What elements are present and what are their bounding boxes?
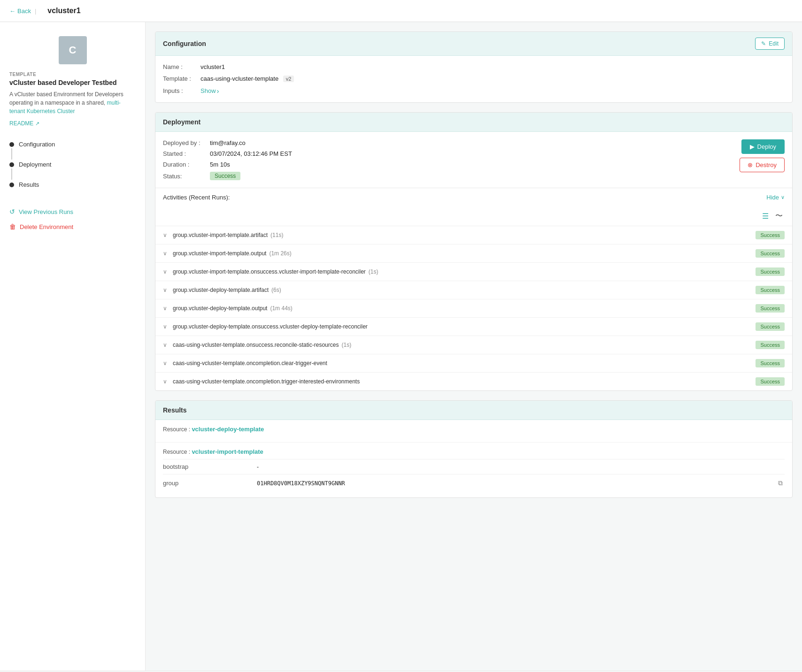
activity-status: Success — [756, 322, 785, 331]
field-label: group — [163, 480, 257, 487]
sidebar: C TEMPLATE vCluster based Developer Test… — [0, 22, 146, 671]
activity-chevron[interactable]: ∨ — [163, 378, 167, 385]
avatar: C — [59, 36, 87, 64]
chart-view-button[interactable]: 〜 — [773, 210, 785, 222]
started-label: Started : — [163, 150, 210, 157]
field-label: bootstrap — [163, 463, 257, 470]
activities-title: Activities (Recent Runs): — [163, 194, 230, 201]
results-header: Results — [155, 401, 792, 420]
activity-chevron[interactable]: ∨ — [163, 360, 167, 367]
nav-step-configuration: Configuration — [9, 138, 136, 151]
pencil-icon: ✎ — [761, 40, 766, 47]
content-area: Configuration ✎ Edit Name : vcluster1 Te… — [146, 22, 802, 671]
activity-chevron[interactable]: ∨ — [163, 232, 167, 238]
activity-time: (11s) — [270, 232, 283, 238]
inputs-value: Show — [200, 87, 219, 95]
results-section: Results Resource : vcluster-deploy-templ… — [155, 400, 793, 498]
activity-chevron[interactable]: ∨ — [163, 268, 167, 275]
activity-chevron[interactable]: ∨ — [163, 342, 167, 348]
activity-status: Success — [756, 249, 785, 258]
activity-time: (1s) — [369, 268, 378, 275]
activity-chevron[interactable]: ∨ — [163, 323, 167, 330]
duration-value: 5m 10s — [210, 161, 230, 168]
activity-status: Success — [756, 341, 785, 349]
deployment-title: Deployment — [163, 118, 200, 126]
highlight-text: multi-tenant Kubernetes Cluster — [9, 99, 121, 115]
template-label: TEMPLATE — [9, 72, 136, 77]
back-button[interactable]: Back — [9, 8, 31, 15]
activity-name: group.vcluster-import-template.output(1m… — [173, 250, 756, 257]
show-link[interactable]: Show — [200, 87, 219, 95]
destroy-label: Destroy — [756, 161, 777, 168]
resource-label: Resource : vcluster-import-template — [163, 448, 785, 455]
step-label: Deployment — [19, 161, 51, 168]
deployment-header: Deployment — [155, 113, 792, 132]
delete-environment-button[interactable]: 🗑 Delete Environment — [9, 220, 136, 233]
status-badge: Success — [210, 172, 240, 180]
activity-status: Success — [756, 231, 785, 239]
step-label: Results — [19, 181, 39, 188]
edit-button[interactable]: ✎ Edit — [755, 38, 785, 50]
status-label: Status: — [163, 173, 210, 180]
version-badge: v2 — [283, 76, 294, 82]
config-template-row: Template : caas-using-vcluster-template … — [163, 75, 785, 82]
nav-step-deployment: Deployment — [9, 158, 136, 171]
deploy-label: Deploy — [757, 143, 776, 150]
activity-row: ∨ caas-using-vcluster-template.onsuccess… — [155, 336, 792, 354]
activity-time: (1s) — [341, 342, 351, 348]
step-dot — [9, 142, 14, 147]
started-value: 03/07/2024, 03:12:46 PM EST — [210, 150, 292, 157]
deploy-button[interactable]: ▶ Deploy — [741, 139, 785, 154]
config-name-row: Name : vcluster1 — [163, 63, 785, 70]
activity-row: ∨ group.vcluster-deploy-template.output(… — [155, 299, 792, 318]
copy-button[interactable]: ⧉ — [776, 478, 785, 488]
results-title: Results — [163, 406, 187, 414]
edit-label: Edit — [769, 40, 779, 47]
resource-block: Resource : vcluster-import-template boot… — [155, 443, 792, 497]
resource-name: vcluster-import-template — [192, 448, 263, 455]
activity-chevron[interactable]: ∨ — [163, 305, 167, 312]
activity-name: caas-using-vcluster-template.oncompletio… — [173, 378, 756, 385]
config-inputs-row: Inputs : Show — [163, 87, 785, 95]
deployment-body: Deployed by : tim@rafay.co Started : 03/… — [155, 132, 792, 188]
template-name: caas-using-vcluster-template — [200, 75, 278, 82]
nav-steps: Configuration Deployment Results — [9, 138, 136, 191]
project-description: A vCluster based Environment for Develop… — [9, 90, 136, 115]
started-row: Started : 03/07/2024, 03:12:46 PM EST — [163, 150, 292, 157]
step-dot — [9, 162, 14, 167]
deploy-icon: ▶ — [750, 143, 755, 150]
configuration-body: Name : vcluster1 Template : caas-using-v… — [155, 56, 792, 102]
hide-link[interactable]: Hide — [766, 194, 785, 201]
resource-name: vcluster-deploy-template — [192, 426, 264, 433]
deploy-meta: Deployed by : tim@rafay.co Started : 03/… — [163, 139, 292, 180]
activity-status: Success — [756, 304, 785, 313]
resource-block: Resource : vcluster-deploy-template — [155, 420, 792, 443]
name-value: vcluster1 — [200, 63, 225, 70]
destroy-button[interactable]: ⊗ Destroy — [740, 158, 785, 172]
activity-row: ∨ group.vcluster-import-template.onsucce… — [155, 263, 792, 281]
step-dot — [9, 183, 14, 187]
delete-label: Delete Environment — [20, 223, 73, 230]
project-title: vCluster based Developer Testbed — [9, 79, 136, 86]
header: Back | vcluster1 — [0, 0, 802, 22]
configuration-title: Configuration — [163, 40, 206, 47]
template-value: caas-using-vcluster-template v2 — [200, 75, 294, 82]
activity-name: group.vcluster-import-template.onsuccess… — [173, 268, 756, 275]
activity-status: Success — [756, 286, 785, 294]
deployed-by-value: tim@rafay.co — [210, 139, 246, 146]
activity-controls: ☰ 〜 — [155, 206, 792, 226]
view-previous-label: View Previous Runs — [19, 208, 73, 215]
resource-field: group 01HRD8QV0M18XZY9SNQNT9GNNR ⧉ — [163, 474, 785, 492]
list-view-button[interactable]: ☰ — [760, 211, 771, 221]
activity-chevron[interactable]: ∨ — [163, 250, 167, 257]
view-previous-runs[interactable]: ↺ View Previous Runs — [9, 205, 136, 218]
activity-name: group.vcluster-import-template.artifact(… — [173, 232, 756, 238]
status-row: Status: Success — [163, 172, 292, 180]
activity-chevron[interactable]: ∨ — [163, 287, 167, 293]
name-label: Name : — [163, 63, 200, 70]
activity-name: caas-using-vcluster-template.onsuccess.r… — [173, 342, 756, 348]
readme-link[interactable]: README — [9, 120, 136, 127]
template-label: Template : — [163, 75, 200, 82]
main-layout: C TEMPLATE vCluster based Developer Test… — [0, 22, 802, 671]
refresh-icon: ↺ — [9, 208, 15, 215]
